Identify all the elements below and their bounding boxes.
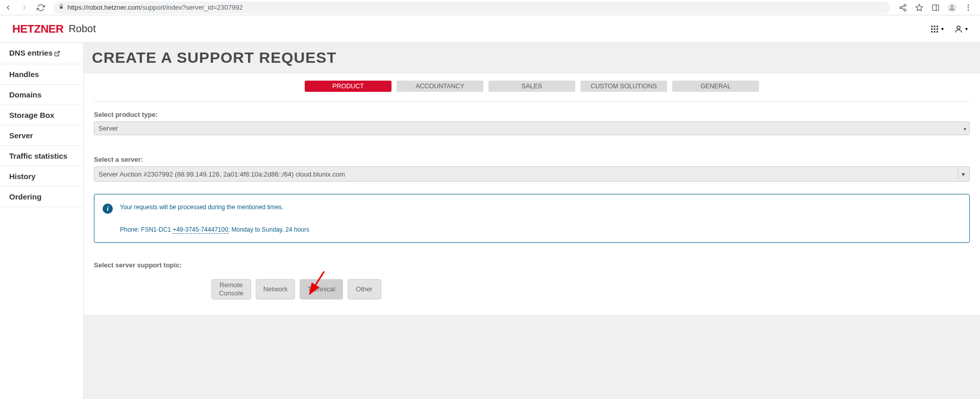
topic-network[interactable]: Network [256,279,296,300]
tab-accountancy[interactable]: ACCOUNTANCY [397,81,483,92]
info-phone: Phone: FSN1-DC1 +49-3745-74447100; Monda… [120,226,961,233]
svg-point-11 [968,7,969,8]
tab-sales[interactable]: SALES [488,81,575,92]
menu-icon[interactable] [964,3,973,12]
phone-link[interactable]: +49-3745-74447100 [173,226,228,234]
profile-avatar[interactable] [947,3,957,12]
select-server-value: Server Auction #2307992 (88.99.149.126, … [99,170,345,178]
logo[interactable]: HETZNER [12,22,63,36]
svg-marker-6 [916,4,922,11]
reload-icon[interactable] [37,4,45,12]
category-tabs: PRODUCT ACCOUNTANCY SALES CUSTOM SOLUTIO… [94,81,970,102]
panel-icon[interactable] [931,3,940,12]
sidebar-item-history[interactable]: History [0,166,83,187]
svg-point-1 [904,4,906,6]
address-bar[interactable]: https://robot.hetzner.com/support/index?… [53,2,890,14]
svg-rect-0 [60,7,63,9]
svg-line-23 [57,52,60,55]
svg-rect-7 [933,5,939,10]
svg-rect-15 [937,26,938,27]
label-select-server: Select a server: [94,156,970,163]
sidebar-item-server[interactable]: Server [0,126,83,146]
chevron-down-icon: ▾ [941,26,944,32]
sidebar-item-traffic[interactable]: Traffic statistics [0,146,83,166]
info-message: Your requests will be processed during t… [120,204,283,211]
svg-point-22 [957,26,960,29]
svg-rect-19 [931,31,933,32]
svg-point-3 [904,9,906,11]
tab-product[interactable]: PRODUCT [305,81,391,92]
label-topic: Select server support topic: [94,261,970,269]
info-icon: i [103,204,113,214]
svg-rect-16 [931,28,933,30]
sidebar-item-handles[interactable]: Handles [0,64,83,85]
sidebar-item-dns[interactable]: DNS entries [0,43,83,64]
svg-rect-14 [934,26,936,27]
topic-label-line2: Console [219,289,243,297]
sidebar-item-domains[interactable]: Domains [0,85,83,105]
user-menu[interactable]: ▾ [954,24,968,34]
svg-rect-17 [934,28,936,30]
label-product-type: Select product type: [94,111,970,118]
svg-rect-21 [937,31,938,32]
info-box: i Your requests will be processed during… [94,194,970,243]
chevron-down-icon: ▾ [958,169,965,179]
select-server[interactable]: Server Auction #2307992 (88.99.149.126, … [94,166,970,182]
sidebar-item-ordering[interactable]: Ordering [0,187,83,207]
svg-point-10 [968,5,969,6]
chevron-down-icon: ▾ [965,26,968,32]
forward-icon[interactable] [20,4,29,12]
topic-label-line1: Remote [219,281,243,289]
svg-point-2 [900,7,902,9]
svg-point-12 [968,9,969,11]
svg-point-9 [950,5,953,7]
lock-icon [58,4,64,11]
browser-bar: https://robot.hetzner.com/support/index?… [0,0,980,15]
star-icon[interactable] [915,3,924,12]
topic-other[interactable]: Other [348,279,381,300]
svg-rect-18 [937,28,938,30]
external-link-icon [54,49,60,58]
tab-custom-solutions[interactable]: CUSTOM SOLUTIONS [580,81,667,92]
sidebar: DNS entries Handles Domains Storage Box … [0,43,84,399]
share-icon[interactable] [898,3,908,12]
app-name: Robot [68,23,95,35]
svg-line-4 [902,6,904,7]
page-title: CREATE A SUPPORT REQUEST [84,43,980,73]
app-header: HETZNER Robot ▾ ▾ [0,15,980,43]
sidebar-item-label: DNS entries [9,48,53,57]
sidebar-item-storage[interactable]: Storage Box [0,105,83,126]
svg-rect-13 [931,26,933,27]
tab-general[interactable]: GENERAL [672,81,759,92]
topic-technical[interactable]: Technical [300,279,342,300]
svg-line-5 [902,8,904,10]
select-product-type[interactable]: Server [94,121,970,135]
svg-rect-20 [934,31,936,32]
topic-remote-console[interactable]: Remote Console [211,279,251,300]
apps-menu[interactable]: ▾ [930,24,944,34]
back-icon[interactable] [4,4,12,12]
